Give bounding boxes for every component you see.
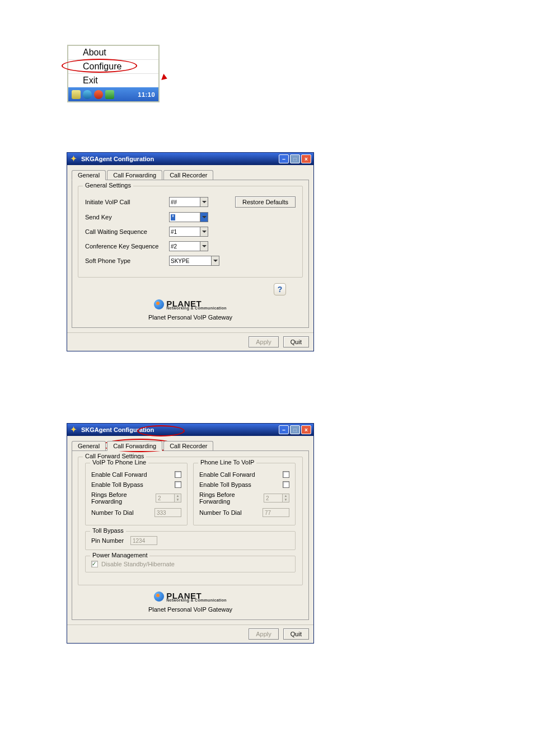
- brand-tagline: Networking & Communication: [166, 306, 227, 310]
- quit-button[interactable]: Quit: [283, 628, 309, 640]
- label-send-key: Send Key: [85, 214, 169, 220]
- spinner-buttons: ▲▼: [283, 494, 289, 503]
- combo-initiate[interactable]: ##: [169, 197, 208, 207]
- app-icon: ✦: [71, 426, 78, 434]
- chevron-down-icon: [211, 256, 219, 265]
- combo-call-waiting[interactable]: #1: [169, 227, 208, 237]
- group-legend: Toll Bypass: [90, 527, 126, 534]
- window-title: SKGAgent Configuration: [81, 426, 278, 433]
- maximize-button: □: [290, 154, 300, 163]
- checkbox-enable-tb[interactable]: [175, 481, 181, 488]
- tray-icon[interactable]: [83, 90, 92, 99]
- titlebar: ✦ SKGAgent Configuration – □ ×: [67, 424, 313, 436]
- chevron-down-icon: [200, 198, 208, 206]
- apply-button: Apply: [249, 336, 279, 348]
- label-call-waiting: Call Waiting Sequence: [85, 228, 169, 235]
- input-number-to-dial: 333: [154, 508, 181, 517]
- brand-tagline: Networking & Communication: [166, 598, 227, 602]
- tray-icon[interactable]: [105, 90, 114, 99]
- checkbox-enable-tb[interactable]: [283, 481, 289, 488]
- label-enable-cf: Enable Call Forward: [199, 471, 283, 478]
- group-legend: General Settings: [83, 182, 133, 189]
- spinner-buttons: ▲▼: [175, 494, 181, 503]
- annotation-arrow: [161, 74, 168, 82]
- label-number: Number To Dial: [199, 509, 263, 516]
- maximize-button: □: [290, 425, 300, 434]
- group-legend: Phone Line To VoIP: [198, 459, 256, 466]
- combo-softphone[interactable]: SKYPE: [169, 256, 219, 266]
- chevron-down-icon: [200, 213, 208, 222]
- globe-icon: [154, 299, 164, 309]
- label-disable-standby: Disable Standby/Hibernate: [101, 561, 175, 567]
- general-settings-group: General Settings Initiate VoIP Call ## R…: [78, 186, 303, 278]
- globe-icon: [154, 591, 164, 602]
- brand-logo: PLANET Networking & Communication: [154, 591, 227, 602]
- combo-conf-key[interactable]: #2: [169, 241, 208, 251]
- ctx-exit[interactable]: Exit: [68, 74, 158, 87]
- tray-clock: 11:10: [138, 91, 155, 98]
- checkbox-disable-standby: [91, 561, 98, 567]
- input-number-to-dial: 77: [263, 508, 289, 517]
- label-enable-tb: Enable Toll Bypass: [199, 481, 283, 488]
- label-conf-key: Conference Key Sequence: [85, 243, 169, 250]
- product-caption: Planet Personal VoIP Gateway: [78, 606, 303, 613]
- label-enable-cf: Enable Call Forward: [91, 471, 175, 478]
- label-rings: Rings Before Forwarding: [91, 491, 156, 505]
- close-button[interactable]: ×: [301, 425, 311, 434]
- tabstrip: General Call Forwarding Call Recorder: [72, 439, 309, 450]
- help-button[interactable]: ?: [274, 283, 286, 295]
- quit-button[interactable]: Quit: [283, 336, 309, 348]
- toll-bypass-group: Toll Bypass Pin Number 1234: [85, 531, 296, 550]
- context-menu-screenshot: About Configure Exit 11:10: [67, 45, 160, 102]
- tab-general[interactable]: General: [72, 441, 106, 450]
- tray-icon[interactable]: [94, 90, 103, 99]
- call-forward-settings-group: Call Forward Settings VoIP To Phone Line…: [78, 457, 303, 585]
- label-number: Number To Dial: [91, 509, 154, 516]
- ctx-configure-label: Configure: [83, 62, 121, 71]
- tab-call-recorder[interactable]: Call Recorder: [163, 170, 213, 180]
- checkbox-enable-cf[interactable]: [175, 471, 181, 478]
- close-button[interactable]: ×: [301, 154, 311, 163]
- taskbar: 11:10: [68, 87, 158, 101]
- app-icon: ✦: [71, 155, 78, 163]
- tab-call-recorder[interactable]: Call Recorder: [163, 441, 213, 450]
- tab-general[interactable]: General: [72, 170, 106, 180]
- tab-call-forwarding[interactable]: Call Forwarding: [107, 170, 162, 180]
- tab-call-forwarding[interactable]: Call Forwarding: [107, 441, 162, 451]
- titlebar: ✦ SKGAgent Configuration – □ ×: [67, 153, 313, 165]
- ctx-about[interactable]: About: [68, 46, 158, 60]
- chevron-down-icon: [200, 227, 208, 236]
- config-window-callforward: ✦ SKGAgent Configuration – □ × General C…: [67, 424, 313, 643]
- spinner-rings: 2: [264, 494, 283, 503]
- tabstrip: General Call Forwarding Call Recorder: [72, 168, 309, 180]
- label-enable-tb: Enable Toll Bypass: [91, 481, 175, 488]
- group-legend: VoIP To Phone Line: [90, 459, 148, 466]
- input-pin: 1234: [130, 536, 157, 545]
- config-window-general: ✦ SKGAgent Configuration – □ × General C…: [67, 153, 313, 351]
- phone-to-voip-group: Phone Line To VoIP Enable Call Forward E…: [193, 463, 296, 525]
- chevron-down-icon: [200, 242, 208, 251]
- label-pin: Pin Number: [91, 537, 130, 544]
- label-initiate: Initiate VoIP Call: [85, 199, 169, 205]
- apply-button: Apply: [249, 628, 279, 640]
- restore-defaults-button[interactable]: Restore Defaults: [235, 196, 296, 208]
- group-legend: Power Management: [90, 552, 149, 558]
- window-title: SKGAgent Configuration: [81, 156, 278, 162]
- label-softphone: Soft Phone Type: [85, 257, 169, 264]
- minimize-button[interactable]: –: [279, 154, 289, 163]
- tray-icon[interactable]: [72, 90, 81, 99]
- power-management-group: Power Management Disable Standby/Hiberna…: [85, 556, 296, 572]
- combo-send-key[interactable]: *: [169, 212, 208, 222]
- voip-to-phone-group: VoIP To Phone Line Enable Call Forward E…: [85, 463, 188, 525]
- label-rings: Rings Before Forwarding: [199, 491, 264, 505]
- ctx-configure[interactable]: Configure: [68, 60, 158, 74]
- spinner-rings: 2: [156, 494, 175, 503]
- product-caption: Planet Personal VoIP Gateway: [78, 314, 303, 321]
- checkbox-enable-cf[interactable]: [283, 471, 289, 478]
- minimize-button[interactable]: –: [279, 425, 289, 434]
- brand-logo: PLANET Networking & Communication: [154, 299, 227, 310]
